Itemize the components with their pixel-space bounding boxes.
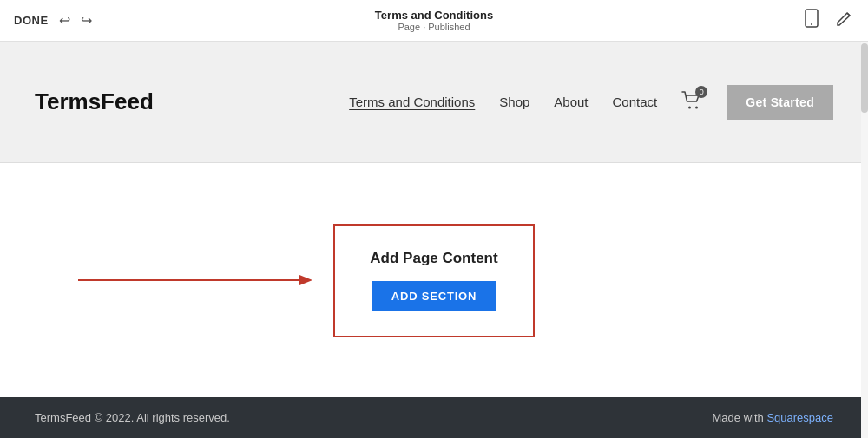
get-started-button[interactable]: Get Started [727, 85, 833, 120]
scrollbar-track [861, 42, 868, 438]
add-content-title: Add Page Content [370, 250, 497, 267]
toolbar: DONE ↩ ↪ Terms and Conditions Page · Pub… [0, 0, 868, 42]
footer-copyright: TermsFeed © 2022. All rights reserved. [35, 411, 230, 424]
toolbar-center: Terms and Conditions Page · Published [375, 9, 493, 32]
footer-made-with: Made with Squarespace [713, 411, 834, 424]
site-nav: Terms and Conditions Shop About Contact … [349, 85, 833, 120]
svg-point-3 [695, 106, 698, 108]
main-content: Add Page Content ADD SECTION [0, 163, 868, 397]
redo-icon[interactable]: ↪ [81, 12, 92, 29]
nav-shop[interactable]: Shop [499, 95, 529, 109]
svg-point-2 [688, 106, 691, 108]
site-logo: TermsFeed [35, 88, 154, 115]
edit-icon[interactable] [835, 9, 854, 32]
svg-point-1 [811, 23, 812, 25]
site-header: TermsFeed Terms and Conditions Shop Abou… [0, 42, 868, 163]
page-title: Terms and Conditions [375, 9, 493, 22]
page-status: Page · Published [375, 22, 493, 32]
footer-made-with-prefix: Made with [713, 411, 767, 424]
toolbar-right [804, 9, 854, 32]
scrollbar-thumb[interactable] [861, 43, 868, 113]
nav-about[interactable]: About [554, 95, 588, 109]
add-section-button[interactable]: ADD SECTION [372, 281, 496, 311]
cart-button[interactable]: 0 [681, 91, 702, 114]
svg-marker-5 [299, 275, 312, 285]
nav-terms[interactable]: Terms and Conditions [349, 95, 475, 109]
device-toggle-icon[interactable] [804, 9, 823, 32]
footer-squarespace-link[interactable]: Squarespace [766, 411, 833, 424]
add-content-box: Add Page Content ADD SECTION [333, 224, 534, 337]
undo-icon[interactable]: ↩ [59, 12, 70, 29]
done-button[interactable]: DONE [14, 14, 49, 27]
cart-badge: 0 [695, 86, 707, 98]
site-footer: TermsFeed © 2022. All rights reserved. M… [0, 397, 868, 438]
arrow-indicator [78, 263, 339, 297]
nav-contact[interactable]: Contact [613, 95, 658, 109]
toolbar-left: DONE ↩ ↪ [14, 12, 92, 29]
